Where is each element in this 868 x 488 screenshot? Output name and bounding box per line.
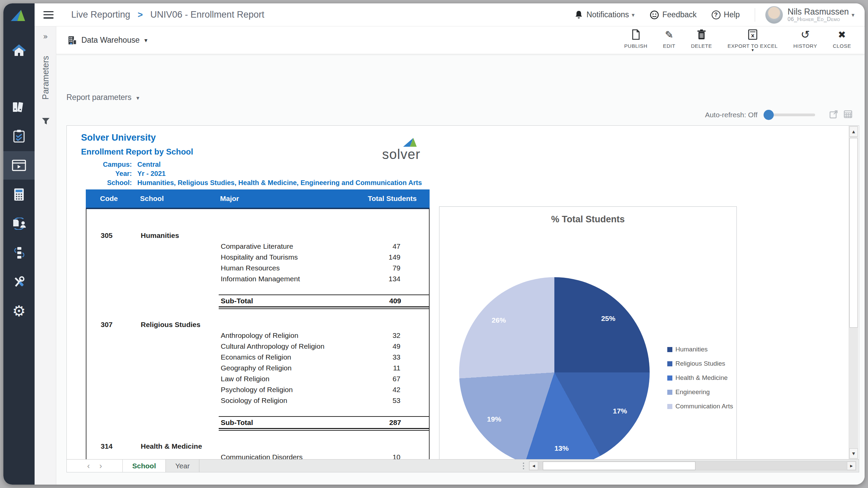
menu-toggle-icon[interactable] [43, 11, 54, 19]
tools-icon [12, 275, 26, 289]
table-row: Econamics of Religion33 [86, 352, 429, 363]
sheet-tab-school[interactable]: School [123, 460, 166, 472]
parameters-rail-label: Parameters [35, 45, 56, 110]
popout-icon[interactable] [829, 110, 838, 120]
grid-view-icon[interactable] [844, 110, 852, 120]
user-menu[interactable]: Nils Rasmussen 06_Higher_Ed_Demo [788, 7, 849, 22]
sidebar-item-collaboration[interactable] [3, 209, 35, 238]
pie-chart: 25%17%13%19%26% [459, 277, 650, 459]
sidebar-item-process-flow[interactable] [3, 239, 35, 267]
report-page: Solver University Enrollment Report by S… [67, 126, 859, 459]
sheet-tab-year[interactable]: Year [166, 460, 199, 472]
gear-icon: ⚙ [12, 304, 25, 319]
clipboard-check-icon [13, 129, 25, 143]
report-subtitle: Enrollment Report by School [81, 147, 422, 157]
export-to-excel-button[interactable]: X EXPORT TO EXCEL ▾ [728, 29, 778, 52]
chart-legend: HumanitiesReligious StudiesHealth & Medi… [667, 346, 733, 417]
legend-item: Communication Arts [667, 403, 733, 410]
sidebar-item-budgeting[interactable] [3, 180, 35, 209]
sidebar-item-live-reporting[interactable] [3, 151, 35, 180]
pie-slice-label: 25% [601, 314, 615, 323]
meta-value: Yr - 2021 [137, 169, 165, 178]
legend-label: Engineering [675, 388, 710, 396]
help-icon: ? [712, 11, 721, 19]
auto-refresh-slider[interactable] [764, 114, 815, 116]
row-total: 32 [342, 331, 429, 340]
scroll-right-icon[interactable]: ▶ [847, 462, 856, 470]
meta-value: Central [137, 160, 161, 169]
row-total: 33 [342, 353, 429, 361]
chevron-down-icon: ▾ [632, 12, 635, 18]
avatar[interactable] [765, 6, 783, 24]
drag-handle-icon[interactable] [523, 460, 525, 472]
chart-title: % Total Students [439, 214, 736, 225]
toolbar-actions: PUBLISH ✎ EDIT DELETE X EXPORT TO EXC [609, 29, 851, 52]
subtotal-row: Sub-Total409 [219, 294, 429, 307]
horizontal-scroll-thumb[interactable] [543, 462, 695, 470]
notifications-button[interactable]: Notifications ▾ [574, 10, 635, 20]
row-total: 67 [342, 375, 429, 383]
table-body: 305HumanitiesComparative Literature47Hos… [86, 209, 430, 459]
chevron-down-icon: ▾ [144, 37, 147, 44]
parameters-rail: » Parameters [35, 26, 56, 485]
sidebar-item-admin-tools[interactable] [3, 268, 35, 296]
help-button[interactable]: ? Help [712, 10, 740, 19]
delete-button[interactable]: DELETE [691, 29, 712, 49]
sheet-tab-strip: ‹ › School Year ◀ ▶ [67, 459, 859, 472]
sidebar-item-library[interactable] [3, 93, 35, 121]
next-sheet-icon[interactable]: › [99, 461, 102, 471]
report-parameters-toggle[interactable]: Report parameters ▾ [66, 93, 139, 102]
bell-icon [574, 10, 583, 20]
column-header: Major [218, 195, 341, 203]
scroll-down-icon[interactable]: ▼ [849, 448, 858, 459]
close-button[interactable]: ✖ CLOSE [833, 29, 851, 49]
breadcrumb-section[interactable]: Live Reporting [71, 9, 130, 20]
prev-sheet-icon[interactable]: ‹ [87, 461, 90, 471]
publish-icon [631, 29, 640, 40]
legend-swatch [667, 347, 672, 352]
legend-item: Engineering [667, 388, 733, 396]
pie-slice-label: 17% [613, 407, 627, 415]
legend-item: Religious Studies [667, 360, 733, 367]
user-name: Nils Rasmussen [788, 7, 849, 17]
binders-icon [12, 101, 26, 113]
scroll-up-icon[interactable]: ▲ [849, 126, 858, 137]
rail-expand-icon[interactable]: » [35, 32, 56, 41]
notifications-label: Notifications [587, 10, 629, 19]
pie-slice-label: 13% [554, 444, 569, 452]
table-header-row: Code School Major Total Students [86, 189, 430, 209]
report-header: Solver University Enrollment Report by S… [81, 133, 422, 187]
row-total: 42 [342, 386, 429, 394]
sidebar-item-settings[interactable]: ⚙ [3, 297, 35, 325]
report-content-area: Report parameters ▾ Auto-refresh: Off So… [56, 77, 865, 485]
vertical-scroll-thumb[interactable] [849, 138, 858, 328]
vertical-scrollbar[interactable]: ▲ ▼ [849, 126, 858, 459]
trash-icon [697, 29, 706, 40]
table-row: Hospitality and Tourisms149 [86, 252, 429, 263]
row-total: 49 [342, 342, 429, 350]
scroll-left-icon[interactable]: ◀ [529, 462, 538, 470]
publish-button[interactable]: PUBLISH [624, 29, 647, 49]
chevron-down-icon: ▾ [752, 49, 754, 52]
row-major: Human Resources [219, 264, 342, 272]
topbar: Live Reporting > UNIV06 - Enrollment Rep… [35, 3, 865, 26]
data-source-dropdown[interactable]: Data Warehouse ▾ [67, 35, 147, 45]
horizontal-scrollbar[interactable]: ◀ ▶ [529, 461, 856, 470]
slider-knob[interactable] [764, 110, 774, 120]
table-row: Cultural Anthropology of Religion49 [86, 341, 429, 352]
legend-label: Religious Studies [675, 360, 725, 367]
filter-funnel-icon[interactable] [41, 117, 50, 127]
main-area: Data Warehouse ▾ PUBLISH ✎ EDIT [56, 26, 865, 485]
row-total: 10 [342, 453, 429, 459]
history-button[interactable]: ↺ HISTORY [793, 29, 817, 49]
edit-button[interactable]: ✎ EDIT [663, 29, 675, 49]
auto-refresh-control: Auto-refresh: Off [705, 110, 852, 120]
home-icon [12, 44, 26, 57]
feedback-button[interactable]: Feedback [650, 10, 697, 20]
sidebar-item-tasks[interactable] [3, 122, 35, 150]
pie-slice-label: 19% [487, 415, 501, 423]
user-menu-chevron-icon[interactable]: ▾ [851, 12, 854, 18]
row-major: Information Management [219, 275, 342, 283]
solver-report-logo: solver [382, 141, 443, 162]
sidebar-item-home[interactable] [3, 36, 35, 64]
